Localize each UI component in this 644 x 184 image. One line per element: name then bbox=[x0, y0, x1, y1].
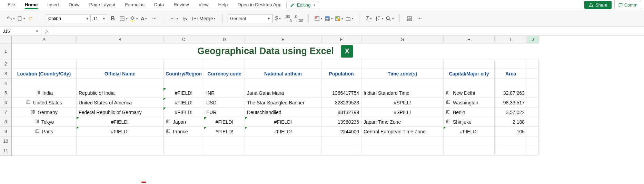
cell[interactable] bbox=[527, 108, 539, 117]
cell-anthem[interactable]: Deutschlandlied bbox=[245, 108, 321, 117]
cell[interactable] bbox=[527, 79, 539, 88]
cell-official[interactable]: Republic of India bbox=[77, 88, 164, 98]
cell[interactable] bbox=[495, 59, 527, 69]
paste-button[interactable]: ▾ bbox=[16, 14, 26, 23]
cell-capital[interactable]: New Delhi bbox=[444, 88, 495, 98]
cell[interactable] bbox=[444, 79, 495, 88]
col-header[interactable]: B bbox=[77, 36, 164, 43]
tab-home[interactable]: Home bbox=[20, 1, 43, 9]
cell-official[interactable]: United States of America bbox=[77, 98, 164, 108]
cell-capital[interactable]: #FIELD! bbox=[444, 127, 495, 136]
cell[interactable] bbox=[361, 136, 444, 146]
cell-anthem[interactable]: Jana Gana Mana bbox=[245, 88, 321, 98]
cell-location[interactable]: Paris bbox=[12, 127, 77, 136]
tab-insert[interactable]: Insert bbox=[42, 1, 64, 9]
cell-capital[interactable]: Washington bbox=[444, 98, 495, 108]
col-header[interactable]: A bbox=[12, 36, 77, 43]
cell-official[interactable]: #FIELD! bbox=[77, 127, 164, 136]
font-color-button[interactable]: A▾ bbox=[139, 14, 149, 23]
number-format-select[interactable]: General ▾ bbox=[228, 14, 273, 23]
cell-area[interactable]: 32,87,263 bbox=[495, 88, 527, 98]
wrap-text-button[interactable] bbox=[179, 14, 189, 23]
row-header[interactable]: 11 bbox=[0, 146, 12, 156]
cell-currency[interactable]: EUR bbox=[204, 108, 245, 117]
cell-capital[interactable]: Shinjuku bbox=[444, 117, 495, 127]
cell-currency[interactable]: #FIELD! bbox=[204, 127, 245, 136]
cell[interactable] bbox=[527, 136, 539, 146]
cell-official[interactable]: #FIELD! bbox=[77, 117, 164, 127]
autosum-button[interactable]: Σ▾ bbox=[364, 14, 374, 23]
format-table-button[interactable]: ▾ bbox=[324, 14, 334, 23]
col-header[interactable]: G bbox=[361, 36, 444, 43]
cell[interactable] bbox=[321, 136, 361, 146]
increase-decimal-button[interactable]: .0→.00 bbox=[294, 14, 304, 23]
row-header[interactable]: 4 bbox=[0, 79, 12, 88]
cell[interactable] bbox=[204, 136, 245, 146]
cell-region[interactable]: #FIELD! bbox=[164, 88, 204, 98]
cell[interactable] bbox=[527, 98, 539, 108]
tab-data[interactable]: Data bbox=[149, 1, 169, 9]
cell-area[interactable]: 98,33,517 bbox=[495, 98, 527, 108]
cell-population[interactable]: 2244000 bbox=[321, 127, 361, 136]
cell-location[interactable]: Tokyo bbox=[12, 117, 77, 127]
cell-currency[interactable]: USD bbox=[204, 98, 245, 108]
cell[interactable] bbox=[245, 146, 321, 156]
cell[interactable] bbox=[204, 79, 245, 88]
cell[interactable] bbox=[164, 79, 204, 88]
format-painter-button[interactable] bbox=[26, 14, 36, 23]
cell-anthem[interactable]: The Star-Spangled Banner bbox=[245, 98, 321, 108]
cell[interactable] bbox=[204, 59, 245, 69]
cell-area[interactable]: 105 bbox=[495, 127, 527, 136]
cell-currency[interactable]: #FIELD! bbox=[204, 117, 245, 127]
cell-official[interactable]: Federal Republic of Germany bbox=[77, 108, 164, 117]
cell[interactable] bbox=[495, 146, 527, 156]
bold-button[interactable]: B bbox=[108, 14, 118, 23]
row-header[interactable]: 1 bbox=[0, 43, 12, 59]
cell[interactable] bbox=[12, 79, 77, 88]
col-header[interactable]: D bbox=[204, 36, 245, 43]
table-header[interactable]: Population bbox=[321, 69, 361, 79]
cell-styles-button[interactable]: ▾ bbox=[334, 14, 344, 23]
table-header[interactable]: Currency code bbox=[204, 69, 245, 79]
row-header[interactable]: 10 bbox=[0, 136, 12, 146]
undo-button[interactable]: ▾ bbox=[6, 14, 15, 23]
title-cell[interactable]: Geographical Data using ExcelX bbox=[12, 43, 539, 59]
cell[interactable] bbox=[12, 136, 77, 146]
font-name-input[interactable] bbox=[46, 15, 84, 22]
font-selector[interactable]: ▾ ▾ bbox=[46, 14, 107, 23]
table-header[interactable]: National anthem bbox=[245, 69, 321, 79]
table-header[interactable]: Area bbox=[495, 69, 527, 79]
spreadsheet-grid[interactable]: ABCDEFGHIJ1Geographical Data using Excel… bbox=[0, 36, 644, 156]
col-header[interactable]: I bbox=[495, 36, 527, 43]
fill-color-button[interactable]: ▾ bbox=[129, 14, 138, 23]
tab-page-layout[interactable]: Page Layout bbox=[85, 1, 120, 9]
cell-location[interactable]: Germany bbox=[12, 108, 77, 117]
cell[interactable] bbox=[495, 79, 527, 88]
table-header[interactable]: Capital/Major city bbox=[444, 69, 495, 79]
col-header[interactable]: J bbox=[527, 36, 539, 43]
sort-filter-button[interactable]: ▾ bbox=[375, 14, 384, 23]
formula-input[interactable] bbox=[53, 27, 644, 35]
cell[interactable] bbox=[204, 146, 245, 156]
tab-formulas[interactable]: Formulas bbox=[120, 1, 149, 9]
table-header[interactable]: Official Name bbox=[77, 69, 164, 79]
col-header[interactable]: F bbox=[321, 36, 361, 43]
cell-population[interactable]: 13960236 bbox=[321, 117, 361, 127]
cell[interactable] bbox=[527, 117, 539, 127]
tab-draw[interactable]: Draw bbox=[64, 1, 85, 9]
conditional-format-button[interactable]: ▾ bbox=[314, 14, 323, 23]
row-header[interactable]: 6 bbox=[0, 98, 12, 108]
merge-button[interactable]: Merge▾ bbox=[190, 14, 218, 23]
cell-population[interactable]: 83132799 bbox=[321, 108, 361, 117]
cell[interactable] bbox=[527, 88, 539, 98]
cell[interactable] bbox=[444, 136, 495, 146]
cell[interactable] bbox=[444, 146, 495, 156]
cell-anthem[interactable]: #FIELD! bbox=[245, 127, 321, 136]
cell[interactable] bbox=[361, 146, 444, 156]
cell[interactable] bbox=[12, 59, 77, 69]
table-header[interactable]: Time zone(s) bbox=[361, 69, 444, 79]
cell[interactable] bbox=[77, 136, 164, 146]
row-header[interactable]: 7 bbox=[0, 108, 12, 117]
cell-population[interactable]: 328239523 bbox=[321, 98, 361, 108]
cell[interactable] bbox=[245, 136, 321, 146]
